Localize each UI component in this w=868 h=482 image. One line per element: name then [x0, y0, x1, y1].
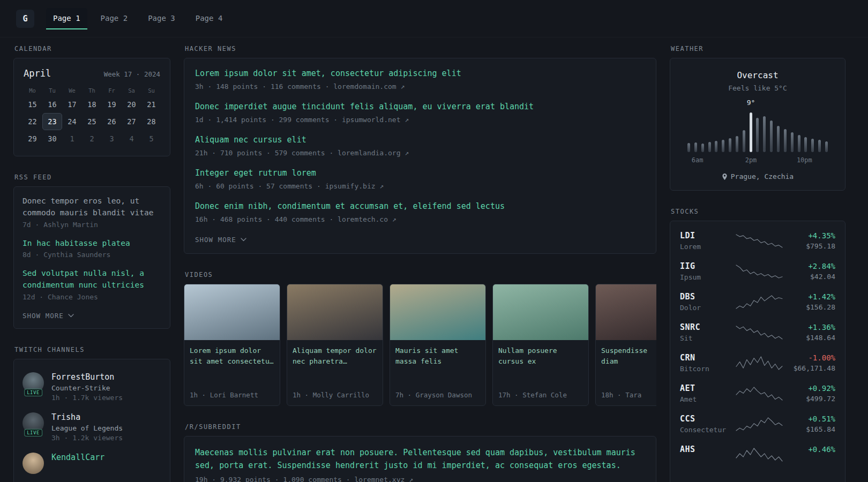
rss-item[interactable]: Donec tempor eros leo, ut commodo mauris… — [23, 195, 161, 229]
hackernews-story[interactable]: Lorem ipsum dolor sit amet, consectetur … — [195, 68, 645, 91]
rss-item-title[interactable]: In hac habitasse platea — [23, 238, 161, 250]
weather-feels-like: Feels like 5°C — [680, 84, 835, 92]
stock-change: +0.51% — [784, 415, 835, 423]
stock-row[interactable]: AET Amet +0.92% $499.72 — [680, 378, 835, 409]
stocks-card: LDI Lorem +4.35% $795.18 IIG Ipsum — [670, 221, 845, 482]
hackernews-story-meta[interactable]: 1d · 1,414 points · 299 comments · ipsum… — [195, 116, 645, 124]
tab-page-3[interactable]: Page 3 — [141, 8, 182, 29]
rss-item[interactable]: In hac habitasse platea 8d · Cynthia Sau… — [23, 238, 161, 259]
hackernews-show-more-button[interactable]: SHOW MORE — [195, 236, 246, 246]
stock-row[interactable]: CCS Consectetur +0.51% $165.84 — [680, 409, 835, 439]
stocks-widget-title: STOCKS — [671, 208, 845, 215]
subreddit-post-title[interactable]: Maecenas mollis pulvinar erat non posuer… — [195, 446, 645, 472]
subreddit-card: Maecenas mollis pulvinar erat non posuer… — [184, 436, 656, 482]
calendar-day-header: Fr — [102, 83, 122, 96]
weather-bar — [777, 126, 780, 152]
stock-row[interactable]: AHS +0.46% — [680, 439, 835, 470]
video-title[interactable]: Nullam posuere cursus ex — [493, 340, 588, 367]
twitch-channel-name[interactable]: Trisha — [51, 412, 123, 422]
twitch-widget: TWITCH CHANNELS LIVE ForrestBurton Count… — [13, 346, 170, 482]
hackernews-story-meta[interactable]: 6h · 60 points · 57 comments · ipsumify.… — [195, 182, 645, 190]
stock-ticker[interactable]: LDI — [680, 231, 735, 240]
stock-row[interactable]: SNRC Sit +1.36% $148.64 — [680, 317, 835, 348]
stock-row[interactable]: IIG Ipsum +2.84% $42.04 — [680, 256, 835, 287]
video-title[interactable]: Suspendisse diam — [596, 340, 656, 367]
weather-bar-current — [750, 112, 752, 152]
twitch-channel-info: Trisha League of Legends 3h · 1.2k viewe… — [51, 412, 123, 442]
hackernews-story-meta[interactable]: 3h · 148 points · 116 comments · loremdo… — [195, 82, 645, 91]
video-thumbnail[interactable] — [493, 284, 588, 340]
weather-bar — [791, 132, 794, 152]
video-card[interactable]: Lorem ipsum dolor sit amet consectetu… 1… — [184, 284, 280, 406]
twitch-channel-item[interactable]: LIVE Trisha League of Legends 3h · 1.2k … — [23, 407, 161, 447]
calendar-header: April Week 17 · 2024 — [23, 67, 161, 83]
stock-row[interactable]: LDI Lorem +4.35% $795.18 — [680, 225, 835, 256]
rss-item-title[interactable]: Sed volutpat nulla nisl, a condimentum n… — [23, 268, 161, 291]
subreddit-post-meta[interactable]: 19h · 9,932 points · 1,090 comments · lo… — [195, 476, 645, 482]
hackernews-story[interactable]: Donec imperdiet augue tincidunt felis al… — [195, 101, 645, 124]
hackernews-story-title[interactable]: Aliquam nec cursus elit — [195, 134, 645, 146]
hackernews-story[interactable]: Integer eget rutrum lorem 6h · 60 points… — [195, 168, 645, 190]
stock-sparkline — [735, 233, 784, 249]
stock-row[interactable]: DBS Dolor +1.42% $156.28 — [680, 287, 835, 317]
tab-page-4[interactable]: Page 4 — [189, 8, 230, 29]
video-card[interactable]: Mauris sit amet massa felis 7h · Grayson… — [390, 284, 486, 406]
video-thumbnail[interactable] — [390, 284, 485, 340]
rss-card: Donec tempor eros leo, ut commodo mauris… — [13, 186, 170, 329]
stock-left: SNRC Sit — [680, 322, 735, 342]
rss-show-more-button[interactable]: SHOW MORE — [23, 312, 74, 322]
stock-ticker[interactable]: AET — [680, 383, 735, 393]
weather-current-temp: 9° — [747, 99, 755, 107]
stock-name: Bitcorn — [680, 365, 735, 373]
hackernews-story-title[interactable]: Lorem ipsum dolor sit amet, consectetur … — [195, 68, 645, 79]
stock-ticker[interactable]: SNRC — [680, 322, 735, 332]
rss-item[interactable]: Sed volutpat nulla nisl, a condimentum n… — [23, 268, 161, 301]
video-title[interactable]: Aliquam tempor dolor nec pharetra… — [287, 340, 383, 367]
video-thumbnail[interactable] — [184, 284, 280, 340]
weather-bar — [694, 142, 697, 152]
location-pin-icon — [722, 173, 728, 180]
video-card[interactable]: Suspendisse diam 18h · Tara — [595, 284, 656, 406]
subreddit-post[interactable]: Maecenas mollis pulvinar erat non posuer… — [195, 446, 645, 482]
hackernews-story-meta[interactable]: 21h · 710 points · 579 comments · loreml… — [195, 149, 645, 157]
weather-bar — [729, 138, 731, 152]
logo[interactable]: G — [16, 10, 34, 28]
stock-ticker[interactable]: CCS — [680, 414, 735, 424]
stock-ticker[interactable]: DBS — [680, 292, 735, 302]
hackernews-story-title[interactable]: Integer eget rutrum lorem — [195, 168, 645, 179]
stock-row[interactable]: CRN Bitcorn -1.00% $66,171.48 — [680, 348, 835, 378]
stock-name: Consectetur — [680, 426, 735, 434]
video-meta: 17h · Stefan Cole — [493, 391, 588, 405]
video-card[interactable]: Aliquam tempor dolor nec pharetra… 1h · … — [287, 284, 383, 406]
twitch-channel-item[interactable]: KendallCarr — [23, 447, 161, 479]
stock-ticker[interactable]: IIG — [680, 261, 735, 271]
hackernews-story-title[interactable]: Donec enim nibh, condimentum et accumsan… — [195, 201, 645, 212]
video-thumbnail[interactable] — [596, 284, 656, 340]
stock-ticker[interactable]: AHS — [680, 445, 735, 454]
avatar-wrap: LIVE — [23, 372, 44, 394]
calendar-day: 27 — [122, 113, 141, 130]
videos-widget-title: VIDEOS — [185, 271, 656, 278]
rss-item-title[interactable]: Donec tempor eros leo, ut commodo mauris… — [23, 195, 161, 219]
video-title[interactable]: Lorem ipsum dolor sit amet consectetu… — [184, 340, 280, 367]
left-column: CALENDAR April Week 17 · 2024 MoTuWeThFr… — [13, 45, 170, 482]
twitch-channel-info: ForrestBurton Counter-Strike 1h · 1.7k v… — [51, 372, 123, 402]
stock-ticker[interactable]: CRN — [680, 353, 735, 363]
stock-change: +2.84% — [784, 262, 835, 270]
twitch-channel-item[interactable]: LIVE ForrestBurton Counter-Strike 1h · 1… — [23, 367, 161, 407]
hackernews-story[interactable]: Aliquam nec cursus elit 21h · 710 points… — [195, 134, 645, 157]
hackernews-story-title[interactable]: Donec imperdiet augue tincidunt felis al… — [195, 101, 645, 112]
video-card[interactable]: Nullam posuere cursus ex 17h · Stefan Co… — [492, 284, 589, 406]
twitch-channel-name[interactable]: KendallCarr — [51, 453, 104, 462]
hackernews-story[interactable]: Donec enim nibh, condimentum et accumsan… — [195, 201, 645, 223]
tab-page-2[interactable]: Page 2 — [94, 8, 135, 29]
hackernews-story-meta[interactable]: 16h · 468 points · 440 comments · loremt… — [195, 215, 645, 223]
calendar-day-today: 23 — [42, 113, 62, 130]
tab-page-1[interactable]: Page 1 — [46, 8, 87, 29]
calendar-day-header: Su — [141, 83, 161, 96]
stock-sparkline — [735, 386, 784, 402]
calendar-day: 18 — [82, 96, 102, 113]
video-thumbnail[interactable] — [287, 284, 383, 340]
video-title[interactable]: Mauris sit amet massa felis — [390, 340, 485, 367]
twitch-channel-name[interactable]: ForrestBurton — [51, 372, 123, 382]
